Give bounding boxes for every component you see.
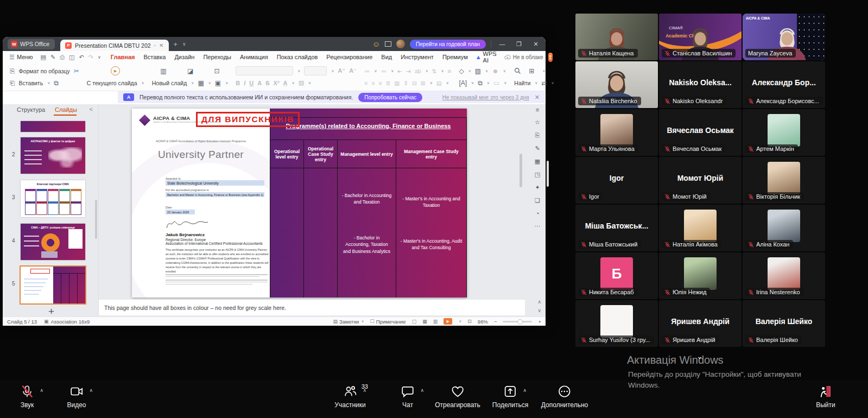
new-tab-button[interactable]: +: [174, 40, 178, 48]
zoom-slider[interactable]: [503, 321, 532, 322]
participant-tile[interactable]: Яришев АндрійЯришев Андрій: [659, 300, 742, 347]
participant-tile[interactable]: Вячеслав ОсьмакВячеслав Осьмак: [659, 109, 742, 156]
replace-icon[interactable]: ⇄: [541, 79, 547, 87]
menu-tab-2[interactable]: Вставка: [140, 54, 170, 60]
participant-tile[interactable]: Nakisko Oleksa...Nakisko Oleksandr: [659, 61, 742, 108]
menu-tab-10[interactable]: Премиум: [438, 54, 472, 60]
align-options-button[interactable]: ▤: [436, 80, 442, 86]
history-caret-icon[interactable]: ∨: [98, 55, 101, 60]
try-now-button[interactable]: Попробовать сейчас: [358, 93, 422, 102]
underline-button[interactable]: U: [249, 80, 254, 86]
chevron-up-icon[interactable]: ∧: [363, 388, 366, 393]
zoom-out-button[interactable]: −: [494, 319, 497, 325]
menu-tab-4[interactable]: Переходы: [199, 54, 236, 60]
participant-tile[interactable]: Наталія Кащена: [575, 14, 658, 60]
columns-button[interactable]: ▥: [394, 80, 400, 86]
gallery-collapse-icon[interactable]: ⌄: [696, 352, 703, 360]
tab-pin-icon[interactable]: ▫: [154, 42, 156, 48]
chevron-up-icon[interactable]: ∧: [40, 388, 43, 393]
slideshow-options-icon[interactable]: ∨: [459, 319, 461, 324]
text-direction-button[interactable]: ⊞: [421, 80, 426, 86]
layout-switch-icon[interactable]: [385, 41, 391, 47]
slide-layout-icon[interactable]: ▦: [198, 79, 204, 87]
italic-button[interactable]: I: [244, 80, 245, 86]
chart-icon[interactable]: ▦: [535, 158, 540, 165]
numbering-button[interactable]: ≕: [381, 68, 387, 74]
participant-tile[interactable]: Марта Ульянова: [575, 109, 658, 156]
participant-tile[interactable]: CIMA®Academic Ch...Станіслав Василішин: [659, 14, 742, 60]
indent-increase-button[interactable]: ⇥: [406, 68, 411, 74]
participant-tile[interactable]: AICPA & CIMAMaryna Zayceva: [743, 14, 825, 60]
menu-tab-1[interactable]: Главная: [106, 54, 140, 60]
close-button[interactable]: ✕: [530, 41, 542, 48]
image-icon[interactable]: ▧: [475, 67, 481, 75]
collapse-panel-icon[interactable]: <: [90, 106, 93, 112]
justify-button[interactable]: ≣: [386, 80, 391, 86]
slide-canvas[interactable]: AICPA & CIMA Together as the Association…: [132, 109, 467, 297]
tab-close-icon[interactable]: ✕: [159, 42, 163, 48]
document-tab[interactable]: P Presentation CIMA DBTU 202 ▫ ✕: [60, 40, 168, 51]
bold-button[interactable]: B: [236, 80, 240, 86]
participant-tile[interactable]: Аліна Кохан: [743, 205, 825, 251]
align-right-button[interactable]: ≡: [378, 80, 382, 86]
gallery-scrollbar[interactable]: [547, 161, 549, 187]
participant-tile[interactable]: Артем Маркін: [743, 109, 825, 156]
align-center-button[interactable]: ≡: [371, 80, 375, 86]
feedback-smiley-icon[interactable]: ☺: [372, 40, 380, 48]
undo-icon[interactable]: ↶: [79, 54, 84, 61]
fit-slide-icon[interactable]: ⊡: [467, 319, 472, 324]
menu-label[interactable]: Меню: [17, 54, 33, 60]
control-chat[interactable]: ∧Чат: [401, 384, 415, 409]
control-react[interactable]: Отреагировать: [435, 384, 480, 409]
selection-pane-icon[interactable]: ⊞: [529, 67, 534, 75]
cloud-status[interactable]: Не в облаке: [504, 54, 543, 60]
wps-home-tab[interactable]: W WPS Office: [8, 39, 55, 49]
participant-tile[interactable]: Nataliia Birchenko: [575, 61, 658, 108]
print-icon[interactable]: ⎙: [60, 54, 65, 61]
next-slide-icon[interactable]: ∨: [537, 308, 541, 313]
tab-list-icon[interactable]: ∨: [182, 41, 186, 47]
more-tools-icon[interactable]: ⋯: [535, 223, 541, 230]
chevron-up-icon[interactable]: ∧: [89, 388, 93, 393]
properties-icon[interactable]: ≡: [536, 106, 539, 113]
font-size-select[interactable]: [304, 66, 327, 75]
text-to-diagram-icon[interactable]: ⧈: [448, 67, 452, 74]
chevron-up-icon[interactable]: ∧: [420, 388, 424, 393]
char-spacing-button[interactable]: A: [257, 80, 262, 86]
highlight-button[interactable]: ▨: [299, 79, 304, 86]
superscript-button[interactable]: X²: [274, 80, 280, 86]
dismiss-link[interactable]: Не показывай мне это через 3 дня: [442, 94, 529, 100]
wps-ai-label[interactable]: WPS AI: [483, 50, 497, 64]
align-left-button[interactable]: ≡: [364, 80, 368, 86]
tab-structure[interactable]: Структура: [17, 106, 45, 113]
minimize-button[interactable]: —: [496, 41, 508, 47]
arrange-icon[interactable]: ⧉: [478, 79, 483, 87]
slide-thumbnail-1[interactable]: [21, 121, 85, 132]
add-slide-button[interactable]: +: [48, 306, 54, 316]
participant-tile[interactable]: Юлія Нежид: [659, 252, 742, 299]
participant-tile[interactable]: IgorIgor: [575, 157, 658, 204]
menu-tab-9[interactable]: Инструмент: [396, 54, 438, 60]
tab-slides[interactable]: Слайды: [55, 106, 77, 113]
find-button[interactable]: Найти: [514, 80, 530, 86]
zoom-slider-knob[interactable]: [517, 319, 523, 325]
canvas-scrollbar[interactable]: [519, 154, 522, 187]
bullets-button[interactable]: ≔: [364, 68, 370, 74]
normal-view-icon[interactable]: ▢: [412, 319, 417, 324]
clipboard-icon[interactable]: ⎘: [535, 132, 540, 139]
participant-tile[interactable]: Surhay Yusifov (3 гру...: [575, 300, 658, 347]
decrease-font-button[interactable]: A⁻: [349, 67, 357, 74]
participant-tile[interactable]: Валерія ШейкоВалерія Шейко: [743, 300, 825, 347]
slide-thumbnail-3[interactable]: Ключові партнери CIMA: [21, 180, 85, 217]
reading-view-icon[interactable]: ▥: [433, 319, 438, 324]
textbox-icon[interactable]: [A]: [459, 79, 467, 87]
layout-icon[interactable]: ◪: [187, 67, 193, 75]
participant-tile[interactable]: Момот ЮрійМомот Юрій: [659, 157, 742, 204]
redo-icon[interactable]: ↷: [88, 54, 93, 61]
chevron-up-icon[interactable]: ∧: [523, 388, 527, 393]
cut-icon[interactable]: ✂: [74, 67, 79, 75]
text-highlight-icon[interactable]: ab: [415, 68, 421, 74]
save-icon[interactable]: ▤: [41, 54, 46, 61]
upgrade-plan-button[interactable]: Перейти на годовой план: [410, 40, 486, 49]
crop-icon[interactable]: ◳: [535, 171, 540, 178]
